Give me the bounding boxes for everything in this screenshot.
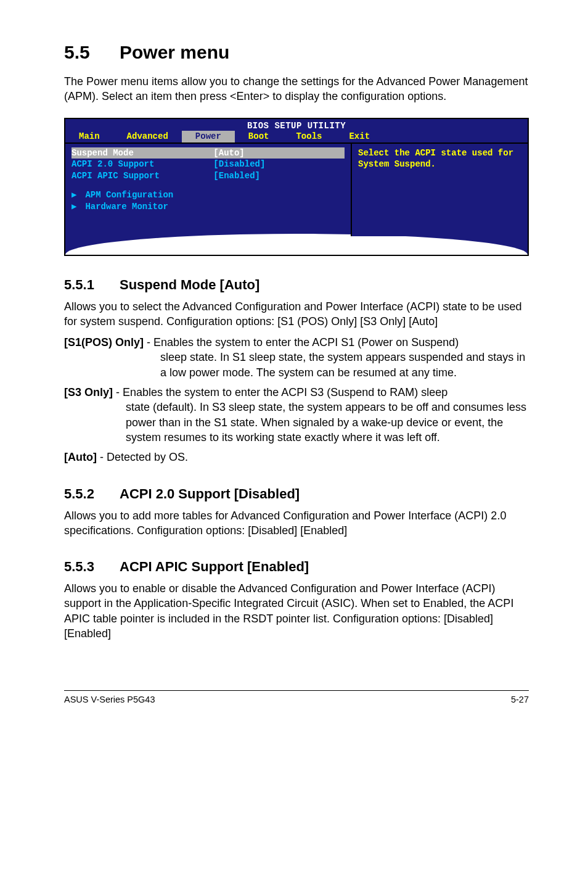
bios-value: [Auto] xyxy=(213,147,345,159)
option-s3-block: [S3 Only] - Enables the system to enter … xyxy=(64,385,529,445)
subsection-title: Suspend Mode [Auto] xyxy=(120,277,259,292)
footer-right: 5-27 xyxy=(511,695,529,704)
bios-submenu-label: Hardware Monitor xyxy=(85,202,168,212)
option-s3-first-line: - Enables the system to enter the ACPI S… xyxy=(113,386,447,398)
subsection-551-heading: 5.5.1Suspend Mode [Auto] xyxy=(64,277,529,293)
bios-left-pane: Suspend Mode [Auto] ACPI 2.0 Support [Di… xyxy=(65,144,352,236)
page-heading: 5.5Power menu xyxy=(64,42,529,63)
bios-tab-tools[interactable]: Tools xyxy=(282,131,335,142)
subsection-552-body: Allows you to add more tables for Advanc… xyxy=(64,508,529,538)
bios-submenu-label: APM Configuration xyxy=(85,190,173,200)
bios-row-acpi-apic[interactable]: ACPI APIC Support [Enabled] xyxy=(71,170,345,182)
bios-value: [Enabled] xyxy=(213,170,345,182)
subsection-number: 5.5.1 xyxy=(64,277,120,293)
bios-submenu-apm[interactable]: ▶ APM Configuration xyxy=(71,189,345,201)
bios-row-suspend-mode[interactable]: Suspend Mode [Auto] xyxy=(71,147,345,159)
subsection-number: 5.5.3 xyxy=(64,559,120,575)
bios-title: BIOS SETUP UTILITY xyxy=(65,119,528,131)
subsection-number: 5.5.2 xyxy=(64,486,120,502)
bios-tab-boot[interactable]: Boot xyxy=(235,131,283,142)
heading-number: 5.5 xyxy=(64,42,120,63)
option-auto-label: [Auto] xyxy=(64,451,97,463)
subsection-553-heading: 5.5.3ACPI APIC Support [Enabled] xyxy=(64,559,529,575)
bios-label: ACPI APIC Support xyxy=(71,170,213,182)
triangle-right-icon: ▶ xyxy=(71,189,80,201)
option-s1-continuation: sleep state. In S1 sleep state, the syst… xyxy=(64,350,529,380)
bios-label: Suspend Mode xyxy=(71,147,213,159)
bios-help-pane: Select the ACPI state used for System Su… xyxy=(352,144,528,236)
option-s1-first-line: - Enables the system to enter the ACPI S… xyxy=(144,336,459,349)
subsection-552-heading: 5.5.2ACPI 2.0 Support [Disabled] xyxy=(64,486,529,502)
bios-tab-power[interactable]: Power xyxy=(182,131,235,142)
bios-label: ACPI 2.0 Support xyxy=(71,159,213,170)
subsection-553-body: Allows you to enable or disable the Adva… xyxy=(64,581,529,641)
subsection-551-body: Allows you to select the Advanced Config… xyxy=(64,299,529,329)
option-s3-continuation: state (default). In S3 sleep state, the … xyxy=(64,400,529,445)
option-auto-block: [Auto] - Detected by OS. xyxy=(64,450,529,464)
heading-title: Power menu xyxy=(120,42,229,62)
bios-screenshot: BIOS SETUP UTILITY Main Advanced Power B… xyxy=(64,118,529,256)
page-curl-decoration xyxy=(65,234,528,255)
triangle-right-icon: ▶ xyxy=(71,201,80,213)
bios-tab-bar: Main Advanced Power Boot Tools Exit xyxy=(65,131,528,142)
option-auto-text: - Detected by OS. xyxy=(97,451,188,463)
bios-submenu-hardware-monitor[interactable]: ▶ Hardware Monitor xyxy=(71,201,345,213)
bios-row-acpi-20[interactable]: ACPI 2.0 Support [Disabled] xyxy=(71,159,345,170)
subsection-title: ACPI APIC Support [Enabled] xyxy=(120,559,309,574)
page-footer: ASUS V-Series P5G43 5-27 xyxy=(64,690,529,704)
option-s3-label: [S3 Only] xyxy=(64,386,113,398)
option-s1-label: [S1(POS) Only] xyxy=(64,336,144,349)
subsection-title: ACPI 2.0 Support [Disabled] xyxy=(120,486,300,501)
option-s1-block: [S1(POS) Only] - Enables the system to e… xyxy=(64,335,529,380)
intro-paragraph: The Power menu items allow you to change… xyxy=(64,74,529,104)
bios-tab-advanced[interactable]: Advanced xyxy=(113,131,182,142)
bios-help-text: Select the ACPI state used for System Su… xyxy=(358,147,521,171)
bios-tab-main[interactable]: Main xyxy=(65,131,113,142)
footer-left: ASUS V-Series P5G43 xyxy=(64,695,155,704)
bios-tab-exit[interactable]: Exit xyxy=(335,131,383,142)
bios-value: [Disabled] xyxy=(213,159,345,170)
